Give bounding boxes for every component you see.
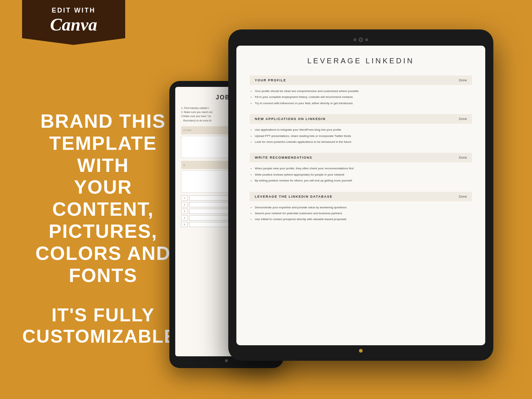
tf-page-title: LEVERAGE LINKEDIN bbox=[250, 57, 472, 65]
tf-section-new-applications: NEW APPLICATIONS ON LINKEDIN Done Use ap… bbox=[250, 114, 472, 145]
tf-bullet-2-3: Look for more powerful Linkedin applicat… bbox=[255, 140, 472, 145]
tb-num-cell-4: 4 bbox=[181, 215, 188, 220]
tf-bullet-4-3: Use InMail to contact prospects directly… bbox=[255, 217, 472, 222]
tb-num-cell-2: 2 bbox=[181, 202, 188, 207]
tf-bullet-4-1: Demonstrate your expertise and provide v… bbox=[255, 205, 472, 210]
subheadline-text: IT'S FULLY CUSTOMIZABLE! bbox=[22, 305, 184, 347]
headline-line5: COLORS AND bbox=[35, 243, 171, 264]
left-text-block: BRAND THIS TEMPLATE WITH YOUR CONTENT, P… bbox=[22, 110, 184, 347]
camera-dot-right bbox=[365, 38, 368, 41]
tf-section-header-3: WRITE RECOMMENDATIONS Done bbox=[250, 153, 472, 162]
tf-section-done-3: Done bbox=[459, 156, 467, 159]
tf-section-title-3: WRITE RECOMMENDATIONS bbox=[255, 156, 312, 159]
tf-section-title-4: LEVERAGE THE LINKEDIN DATABASE bbox=[255, 195, 332, 198]
tb-box-label-2: w bbox=[183, 164, 185, 166]
tf-bullet-3-1: When people view your profile, they ofte… bbox=[255, 166, 472, 171]
tablet-back-home-button bbox=[225, 359, 228, 362]
tf-section-done-4: Done bbox=[459, 195, 467, 198]
subheadline-line1: IT'S FULLY bbox=[52, 305, 155, 325]
tablet-camera-area bbox=[353, 38, 368, 42]
tf-section-header-2: NEW APPLICATIONS ON LINKEDIN Done bbox=[250, 114, 472, 124]
tf-bullet-1-1: Your profile should be clean but compreh… bbox=[255, 89, 472, 94]
headline-line3: YOUR CONTENT, bbox=[52, 176, 154, 220]
tf-bullet-2-1: Use applications to integrate your WordP… bbox=[255, 127, 472, 133]
edit-with-label: EDIT WITH bbox=[32, 7, 115, 14]
tf-bullet-3-3: By writing positive reviews for others, … bbox=[255, 178, 472, 183]
tf-bullet-4-2: Search your network for potential custom… bbox=[255, 211, 472, 216]
tf-section-your-profile: YOUR PROFILE Done Your profile should be… bbox=[250, 75, 472, 106]
tf-bullet-1-3: Try to connect with influencers in your … bbox=[255, 101, 472, 106]
tf-bullet-3-2: Write positive reviews (where appropriat… bbox=[255, 172, 472, 177]
tf-bullets-3: When people view your profile, they ofte… bbox=[250, 166, 472, 183]
subheadline-line2: CUSTOMIZABLE! bbox=[22, 326, 184, 347]
tf-bullet-2-2: Upload PPT presentations, share reading … bbox=[255, 134, 472, 139]
tb-num-cell-3: 3 bbox=[181, 209, 188, 214]
tf-section-done-1: Done bbox=[459, 78, 467, 82]
tf-section-title-1: YOUR PROFILE bbox=[255, 78, 286, 82]
tf-section-title-2: NEW APPLICATIONS ON LINKEDIN bbox=[255, 117, 326, 121]
tf-section-database: LEVERAGE THE LINKEDIN DATABASE Done Demo… bbox=[250, 192, 472, 222]
tb-box-label-1: (TYPE bbox=[183, 129, 192, 131]
tf-section-recommendations: WRITE RECOMMENDATIONS Done When people v… bbox=[250, 153, 472, 183]
headline-line4: PICTURES, bbox=[49, 220, 157, 242]
tf-section-done-2: Done bbox=[459, 117, 467, 121]
tf-section-header-4: LEVERAGE THE LINKEDIN DATABASE Done bbox=[250, 192, 472, 201]
tf-bullets-4: Demonstrate your expertise and provide v… bbox=[250, 205, 472, 222]
tablet-front-screen: LEVERAGE LINKEDIN YOUR PROFILE Done Your… bbox=[236, 46, 485, 345]
tf-bullets-2: Use applications to integrate your WordP… bbox=[250, 127, 472, 145]
tablet-front: LEVERAGE LINKEDIN YOUR PROFILE Done Your… bbox=[228, 29, 493, 361]
tf-bullets-1: Your profile should be clean but compreh… bbox=[250, 89, 472, 106]
tf-bullet-1-2: Fill in your complete employment history… bbox=[255, 95, 472, 100]
tf-section-header-1: YOUR PROFILE Done bbox=[250, 75, 472, 85]
camera-dot-left bbox=[353, 38, 356, 41]
canva-banner: EDIT WITH Canva bbox=[22, 0, 125, 45]
tb-num-cell-5: 5 bbox=[181, 222, 188, 227]
tablet-front-home-button bbox=[359, 349, 363, 353]
canva-label: Canva bbox=[32, 14, 115, 35]
headline-line1: BRAND THIS bbox=[40, 110, 166, 132]
headline-line6: FONTS bbox=[69, 265, 137, 286]
tb-num-cell-1: 1 bbox=[181, 195, 188, 201]
camera-lens bbox=[359, 38, 363, 42]
headline-text: BRAND THIS TEMPLATE WITH YOUR CONTENT, P… bbox=[22, 110, 184, 286]
headline-line2: TEMPLATE WITH bbox=[49, 133, 157, 176]
